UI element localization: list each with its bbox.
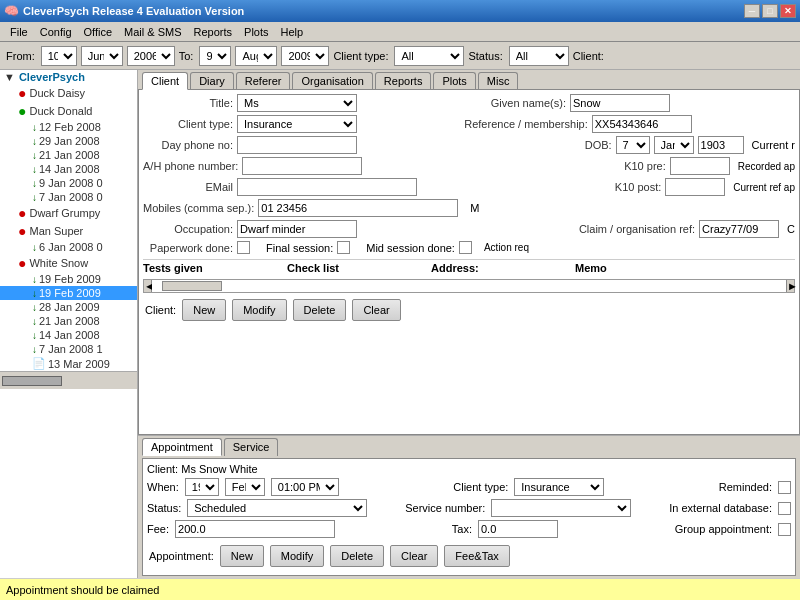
appt-tax-label: Tax: [452, 523, 472, 535]
tree-item-snow-6[interactable]: ↓7 Jan 2008 1 [0, 342, 137, 356]
tree-item-donald-4[interactable]: ↓14 Jan 2008 [0, 162, 137, 176]
client-tree[interactable]: ▼ CleverPsych● Duck Daisy● Duck Donald↓1… [0, 70, 138, 578]
right-panel: Client Diary Referer Organisation Report… [138, 70, 800, 578]
k10pre-label: K10 pre: [616, 160, 666, 172]
appt-service-no-select[interactable] [491, 499, 631, 517]
tree-item-duck-daisy[interactable]: ● Duck Daisy [0, 84, 137, 102]
tree-item-donald-1[interactable]: ↓12 Feb 2008 [0, 120, 137, 134]
tree-item-super-1[interactable]: ↓6 Jan 2008 0 [0, 240, 137, 254]
appt-time-select[interactable]: 01:00 PM [271, 478, 339, 496]
tree-item-snow-4[interactable]: ↓21 Jan 2008 [0, 314, 137, 328]
day-phone-input[interactable] [237, 136, 357, 154]
appt-status-select[interactable]: Scheduled [187, 499, 367, 517]
title-select[interactable]: Ms [237, 94, 357, 112]
client-type-select[interactable]: All [394, 46, 464, 66]
from-day-select[interactable]: 10 [41, 46, 77, 66]
appt-modify-button[interactable]: Modify [270, 545, 324, 567]
appt-external-db-label: In external database: [669, 502, 772, 514]
tree-item-duck-donald[interactable]: ● Duck Donald [0, 102, 137, 120]
to-year-select[interactable]: 2009 [281, 46, 329, 66]
to-month-select[interactable]: Aug [235, 46, 277, 66]
paperwork-checkbox[interactable] [237, 241, 250, 254]
dob-day-select[interactable]: 7 [616, 136, 650, 154]
client-new-button[interactable]: New [182, 299, 226, 321]
client-label: Client: [573, 50, 604, 62]
tree-item-dwarf-grumpy[interactable]: ● Dwarf Grumpy [0, 204, 137, 222]
given-names-input[interactable] [570, 94, 670, 112]
tree-item-snow-3[interactable]: ↓28 Jan 2009 [0, 300, 137, 314]
tab-diary[interactable]: Diary [190, 72, 234, 89]
menu-mail-sms[interactable]: Mail & SMS [118, 24, 187, 40]
form-row-ah-phone: A/H phone number: K10 pre: Recorded ap [143, 157, 795, 175]
from-year-select[interactable]: 2006 [127, 46, 175, 66]
close-button[interactable]: ✕ [780, 4, 796, 18]
tree-item-snow-2[interactable]: ↓19 Feb 2009 [0, 286, 137, 300]
tree-item-donald-5[interactable]: ↓9 Jan 2008 0 [0, 176, 137, 190]
appt-group-checkbox[interactable] [778, 523, 791, 536]
tree-item-donald-2[interactable]: ↓29 Jan 2008 [0, 134, 137, 148]
from-month-select[interactable]: Jun [81, 46, 123, 66]
tab-reports[interactable]: Reports [375, 72, 432, 89]
appt-delete-button[interactable]: Delete [330, 545, 384, 567]
appt-reminded-checkbox[interactable] [778, 481, 791, 494]
client-clear-button[interactable]: Clear [352, 299, 400, 321]
appt-clear-button[interactable]: Clear [390, 545, 438, 567]
tree-item-donald-6[interactable]: ↓7 Jan 2008 0 [0, 190, 137, 204]
ah-phone-input[interactable] [242, 157, 362, 175]
menu-office[interactable]: Office [78, 24, 119, 40]
menu-config[interactable]: Config [34, 24, 78, 40]
occupation-input[interactable] [237, 220, 357, 238]
tab-misc[interactable]: Misc [478, 72, 519, 89]
appt-fee-input[interactable] [175, 520, 335, 538]
appt-external-db-checkbox[interactable] [778, 502, 791, 515]
appt-new-button[interactable]: New [220, 545, 264, 567]
tree-item-snow-5[interactable]: ↓14 Jan 2008 [0, 328, 137, 342]
appt-tab-service[interactable]: Service [224, 438, 279, 456]
appt-client-type-select[interactable]: Insurance [514, 478, 604, 496]
dob-year-input[interactable] [698, 136, 744, 154]
tree-item-donald-3[interactable]: ↓21 Jan 2008 [0, 148, 137, 162]
tree-item-snow-1[interactable]: ↓19 Feb 2009 [0, 272, 137, 286]
mobiles-input[interactable] [258, 199, 458, 217]
menu-reports[interactable]: Reports [188, 24, 239, 40]
client-delete-button[interactable]: Delete [293, 299, 347, 321]
appt-tax-input[interactable] [478, 520, 558, 538]
tree-item-snow-7[interactable]: 📄13 Mar 2009 [0, 356, 137, 371]
appt-tab-appointment[interactable]: Appointment [142, 438, 222, 456]
status-bar: Appointment should be claimed [0, 578, 800, 600]
horizontal-scrollbar[interactable]: ◄ ► [143, 279, 795, 293]
menu-plots[interactable]: Plots [238, 24, 274, 40]
form-row-mobiles: Mobiles (comma sep.): M [143, 199, 795, 217]
appt-fee-label: Fee: [147, 523, 169, 535]
tab-referer[interactable]: Referer [236, 72, 291, 89]
menu-file[interactable]: File [4, 24, 34, 40]
appt-day-select[interactable]: 19 [185, 478, 219, 496]
client-form-area: Title: Ms Given name(s): Client type: In… [138, 89, 800, 435]
client-modify-button[interactable]: Modify [232, 299, 286, 321]
appt-fee-tax-button[interactable]: Fee&Tax [444, 545, 509, 567]
tree-item-white-snow[interactable]: ● White Snow [0, 254, 137, 272]
given-names-label: Given name(s): [486, 97, 566, 109]
status-select[interactable]: All [509, 46, 569, 66]
tab-plots[interactable]: Plots [433, 72, 475, 89]
tree-item-cleverpsych[interactable]: ▼ CleverPsych [0, 70, 137, 84]
appt-month-select[interactable]: Feb [225, 478, 265, 496]
k10pre-input[interactable] [670, 157, 730, 175]
k10post-input[interactable] [665, 178, 725, 196]
client-type-field-select[interactable]: Insurance [237, 115, 357, 133]
to-day-select[interactable]: 9 [199, 46, 231, 66]
claim-input[interactable] [699, 220, 779, 238]
mid-session-checkbox[interactable] [459, 241, 472, 254]
appt-reminded-label: Reminded: [719, 481, 772, 493]
tab-organisation[interactable]: Organisation [292, 72, 372, 89]
tab-client[interactable]: Client [142, 72, 188, 90]
dob-month-select[interactable]: Jan [654, 136, 694, 154]
tree-item-man-super[interactable]: ● Man Super [0, 222, 137, 240]
ref-input[interactable] [592, 115, 692, 133]
email-input[interactable] [237, 178, 417, 196]
maximize-button[interactable]: □ [762, 4, 778, 18]
menu-help[interactable]: Help [275, 24, 310, 40]
minimize-button[interactable]: ─ [744, 4, 760, 18]
final-session-checkbox[interactable] [337, 241, 350, 254]
current-r-label: Current r [752, 139, 795, 151]
